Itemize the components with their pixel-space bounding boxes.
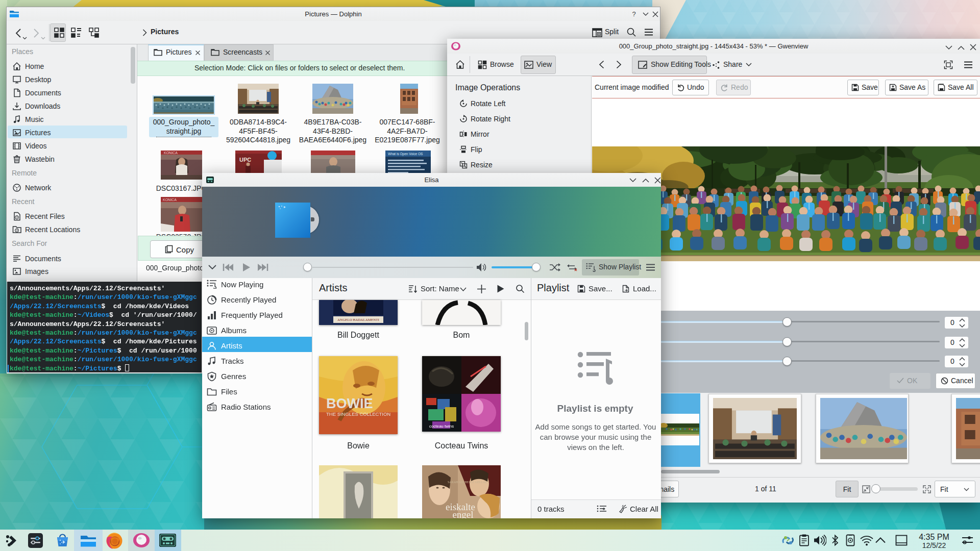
svg-text:KONICA: KONICA: [164, 151, 178, 155]
svg-text:KONICA: KONICA: [163, 198, 177, 202]
svg-text:SARAH MICHELLE GELLAR: SARAH MICHELLE GELLAR: [448, 481, 487, 484]
svg-text:ANGELO BADALAMENTI: ANGELO BADALAMENTI: [337, 318, 380, 322]
svg-text:cocteau twins: cocteau twins: [429, 424, 454, 429]
svg-text:What is Open Voice OS: What is Open Voice OS: [388, 152, 423, 156]
svg-text:UPC: UPC: [239, 157, 251, 163]
svg-text:engel: engel: [452, 509, 473, 518]
svg-text:BOWIE: BOWIE: [326, 396, 373, 411]
svg-text:THE SINGLES COLLECTION: THE SINGLES COLLECTION: [326, 411, 390, 417]
